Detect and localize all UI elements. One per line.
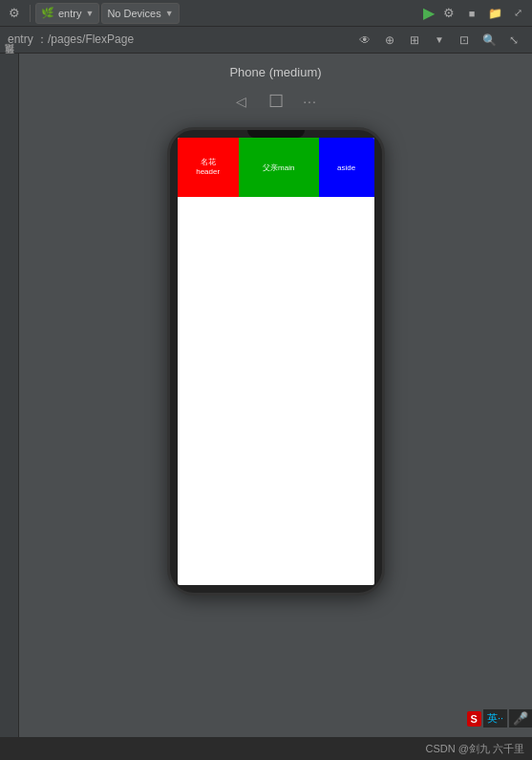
run-button[interactable]: ▶: [421, 4, 436, 22]
layers-icon[interactable]: ⊕: [379, 30, 400, 51]
build-icon[interactable]: ⚙: [438, 3, 459, 24]
device-controls: ◁ ☐ ···: [229, 89, 323, 114]
entry-dropdown[interactable]: 🌿 entry ▼: [35, 3, 99, 24]
flex-demo-container: 名花header 父亲main aside: [178, 138, 374, 197]
grid-icon[interactable]: ⊞: [404, 30, 425, 51]
more-button[interactable]: ···: [298, 89, 323, 114]
zoom-icon[interactable]: 🔍: [479, 30, 500, 51]
stop-icon[interactable]: ■: [461, 3, 482, 24]
preview-area: Phone (medium) ◁ ☐ ··· 名花header 父亲main: [19, 54, 532, 760]
gear-icon[interactable]: ⚙: [4, 3, 25, 24]
main-area: 预览器 Phone (medium) ◁ ☐ ··· 名花header 父亲ma…: [0, 54, 532, 760]
mic-icon: 🎤: [509, 709, 532, 727]
phone-frame: 名花header 父亲main aside: [167, 127, 385, 596]
files-icon[interactable]: 📁: [484, 3, 505, 24]
csdn-badge: S: [467, 711, 481, 727]
device-name-label: Phone (medium): [229, 65, 321, 79]
flex-header-label: 名花header: [196, 158, 220, 178]
fullscreen-icon[interactable]: ⤡: [503, 30, 524, 51]
expand-icon[interactable]: ⤢: [507, 3, 528, 24]
status-bar: CSDN @剑九 六千里: [0, 737, 532, 760]
top-toolbar: ⚙ 🌿 entry ▼ No Devices ▼ ▶ ⚙ ■ 📁 ⤢: [0, 0, 532, 27]
devices-label: No Devices: [107, 8, 160, 19]
watermark-text: CSDN @剑九 六千里: [426, 742, 524, 756]
entry-label: entry: [58, 8, 81, 19]
toolbar-right: ▶ ⚙ ■ 📁 ⤢: [421, 3, 528, 24]
breadcrumb-path: entry ：/pages/FlexPage: [8, 32, 134, 48]
csdn-text: 英··: [483, 709, 507, 727]
flex-aside-label: aside: [337, 163, 355, 172]
devices-dropdown[interactable]: No Devices ▼: [101, 3, 179, 24]
flex-main-block: 父亲main: [239, 138, 319, 197]
csdn-watermark: S 英·· 🎤: [467, 709, 532, 727]
phone-notch: [247, 130, 305, 138]
devices-dropdown-arrow: ▼: [165, 9, 174, 18]
left-sidebar: 预览器: [0, 54, 19, 760]
flex-main-label: 父亲main: [263, 163, 294, 173]
flex-aside-block: aside: [319, 138, 374, 197]
separator-1: [30, 5, 31, 22]
breadcrumb-bar: entry ：/pages/FlexPage 👁 ⊕ ⊞ ▼ ⊡ 🔍 ⤡: [0, 27, 532, 54]
breadcrumb-right-tools: 👁 ⊕ ⊞ ▼ ⊡ 🔍 ⤡: [354, 30, 524, 51]
rotate-button[interactable]: ☐: [264, 89, 288, 114]
entry-dropdown-arrow: ▼: [85, 9, 94, 18]
resize-icon[interactable]: ⊡: [454, 30, 475, 51]
panel-label: 预览器: [1, 57, 18, 65]
phone-screen: 名花header 父亲main aside: [178, 138, 374, 585]
dropdown-arrow-icon[interactable]: ▼: [429, 30, 450, 51]
flex-header-block: 名花header: [178, 138, 239, 197]
back-button[interactable]: ◁: [229, 89, 254, 114]
eye-icon[interactable]: 👁: [354, 30, 375, 51]
